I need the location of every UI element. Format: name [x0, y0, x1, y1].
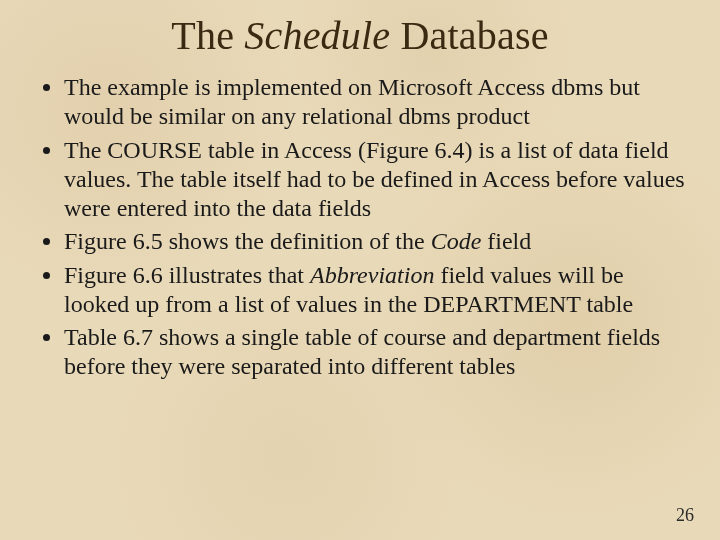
bullet-emph: Abbreviation — [310, 262, 434, 288]
bullet-item: Figure 6.6 illustrates that Abbreviation… — [64, 261, 692, 320]
title-emph: Schedule — [244, 13, 390, 58]
bullet-text: field — [481, 228, 531, 254]
slide-title: The Schedule Database — [28, 12, 692, 59]
page-number: 26 — [676, 505, 694, 526]
title-post: Database — [390, 13, 548, 58]
bullet-text: Figure 6.5 shows the definition of the — [64, 228, 431, 254]
slide: The Schedule Database The example is imp… — [0, 0, 720, 540]
bullet-item: The example is implemented on Microsoft … — [64, 73, 692, 132]
title-pre: The — [171, 13, 244, 58]
bullet-text: Figure 6.6 illustrates that — [64, 262, 310, 288]
bullet-list: The example is implemented on Microsoft … — [28, 73, 692, 382]
bullet-item: The COURSE table in Access (Figure 6.4) … — [64, 136, 692, 224]
bullet-item: Figure 6.5 shows the definition of the C… — [64, 227, 692, 256]
bullet-emph: Code — [431, 228, 482, 254]
bullet-item: Table 6.7 shows a single table of course… — [64, 323, 692, 382]
